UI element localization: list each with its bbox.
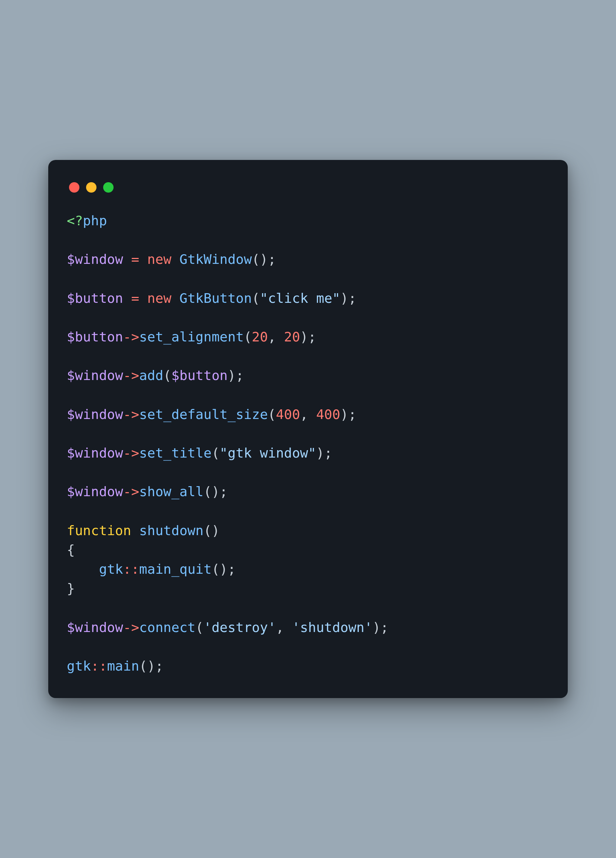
code-token: ; xyxy=(380,620,389,635)
code-token: ; xyxy=(348,407,356,422)
code-token: <? xyxy=(67,213,83,228)
code-token: ) xyxy=(147,658,156,673)
code-token: -> xyxy=(123,407,139,422)
code-token: 'shutdown' xyxy=(292,620,373,635)
code-token: ) xyxy=(228,368,236,383)
code-token: main xyxy=(107,658,139,673)
minimize-icon[interactable] xyxy=(86,182,96,193)
code-token: -> xyxy=(123,484,139,499)
code-token: $button xyxy=(67,291,123,306)
code-token: ) xyxy=(340,407,348,422)
code-token: ) xyxy=(212,484,220,499)
code-token: ( xyxy=(163,368,171,383)
code-token: :: xyxy=(123,561,139,577)
code-token: ( xyxy=(139,658,147,673)
code-token: ( xyxy=(212,561,220,577)
window-titlebar xyxy=(67,179,549,211)
close-icon[interactable] xyxy=(69,182,79,193)
code-token: ) xyxy=(220,561,228,577)
code-token: } xyxy=(67,581,75,596)
code-token: ( xyxy=(252,252,260,267)
code-token: set_title xyxy=(139,445,212,460)
code-token: $button xyxy=(171,368,228,383)
code-token: ) xyxy=(373,620,381,635)
code-token: 20 xyxy=(284,329,300,344)
code-token: 'destroy' xyxy=(203,620,276,635)
code-token: main_quit xyxy=(139,561,212,577)
code-token: connect xyxy=(139,620,196,635)
code-token: "click me" xyxy=(260,291,340,306)
code-token: ) xyxy=(212,523,220,538)
code-token: new xyxy=(147,252,171,267)
code-token: add xyxy=(139,368,163,383)
code-token: -> xyxy=(123,445,139,460)
code-token xyxy=(123,252,131,267)
code-token: new xyxy=(147,291,171,306)
code-token: ; xyxy=(324,445,333,460)
code-token: $window xyxy=(67,252,123,267)
code-token: ( xyxy=(252,291,260,306)
code-token: $window xyxy=(67,368,123,383)
code-token: shutdown xyxy=(139,523,203,538)
code-token: php xyxy=(83,213,107,228)
code-token xyxy=(171,252,180,267)
code-token: $window xyxy=(67,620,123,635)
code-token: ; xyxy=(220,484,228,499)
code-token: ( xyxy=(196,620,204,635)
code-token xyxy=(67,561,99,577)
code-token xyxy=(139,291,147,306)
code-token xyxy=(171,291,180,306)
maximize-icon[interactable] xyxy=(103,182,114,193)
code-token: 20 xyxy=(252,329,268,344)
code-token: function xyxy=(67,523,131,538)
code-token xyxy=(131,523,139,538)
code-token: = xyxy=(131,252,139,267)
code-token: GtkWindow xyxy=(180,252,252,267)
code-token: -> xyxy=(123,329,139,344)
code-token: show_all xyxy=(139,484,203,499)
code-token: , xyxy=(276,620,292,635)
code-token: ) xyxy=(340,291,348,306)
code-token: , xyxy=(268,329,284,344)
code-block: <?php $window = new GtkWindow(); $button… xyxy=(67,211,549,676)
code-token: ( xyxy=(203,484,212,499)
code-token xyxy=(139,252,147,267)
code-token: ; xyxy=(308,329,316,344)
code-token: :: xyxy=(91,658,107,673)
code-token: ; xyxy=(348,291,356,306)
code-token: -> xyxy=(123,368,139,383)
code-token: set_default_size xyxy=(139,407,268,422)
code-window: <?php $window = new GtkWindow(); $button… xyxy=(48,160,568,698)
code-token: ) xyxy=(260,252,268,267)
code-token: ; xyxy=(155,658,163,673)
code-token: gtk xyxy=(67,658,91,673)
code-token: ) xyxy=(316,445,324,460)
code-token: ( xyxy=(268,407,276,422)
code-token: gtk xyxy=(99,561,123,577)
code-token: ; xyxy=(228,561,236,577)
code-token: ; xyxy=(236,368,244,383)
code-token: 400 xyxy=(316,407,340,422)
code-token: = xyxy=(131,291,139,306)
code-token: $window xyxy=(67,407,123,422)
code-token: GtkButton xyxy=(180,291,252,306)
code-token: ( xyxy=(212,445,220,460)
code-token: , xyxy=(300,407,316,422)
code-token: $window xyxy=(67,445,123,460)
code-token: set_alignment xyxy=(139,329,244,344)
code-token: ; xyxy=(268,252,276,267)
code-token: -> xyxy=(123,620,139,635)
code-token: "gtk window" xyxy=(220,445,316,460)
code-token xyxy=(123,291,131,306)
code-token: $button xyxy=(67,329,123,344)
code-token: ( xyxy=(203,523,212,538)
code-token: ) xyxy=(300,329,308,344)
code-token: 400 xyxy=(276,407,300,422)
code-token: ( xyxy=(244,329,252,344)
code-token: { xyxy=(67,542,75,557)
code-token: $window xyxy=(67,484,123,499)
